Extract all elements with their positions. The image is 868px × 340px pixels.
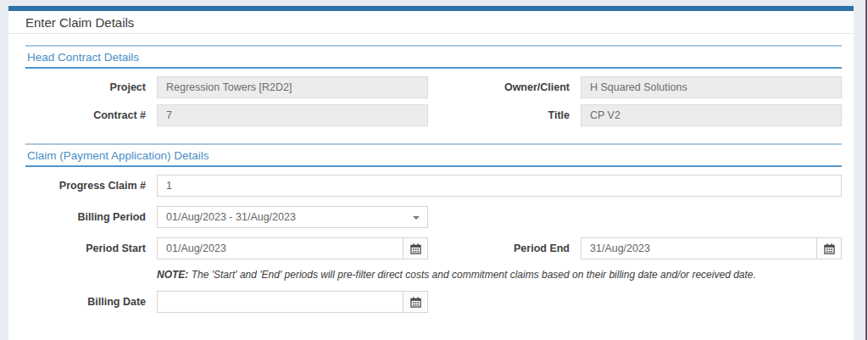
period-end-input[interactable] [581, 237, 816, 259]
period-start-label: Period Start [25, 237, 146, 259]
section-body-head-contract: Project Owner/Client Contract # Title [25, 69, 842, 126]
billing-date-calendar-button[interactable] [403, 291, 428, 313]
billing-date-input[interactable] [157, 291, 403, 313]
form-row: Contract # Title [25, 104, 842, 126]
calendar-icon [824, 243, 835, 254]
claim-details-panel: Enter Claim Details Head Contract Detail… [8, 6, 854, 340]
billing-date-label: Billing Date [25, 291, 146, 313]
caret-down-icon [413, 216, 420, 220]
owner-client-label: Owner/Client [439, 76, 570, 98]
section-claim-details: Claim (Payment Application) Details Prog… [25, 143, 842, 313]
period-start-input[interactable] [157, 237, 403, 259]
period-end-group [581, 237, 842, 259]
progress-claim-label: Progress Claim # [25, 175, 146, 197]
progress-claim-input[interactable] [157, 175, 842, 197]
billing-period-note: NOTE: The 'Start' and 'End' periods will… [157, 269, 842, 281]
note-prefix: NOTE: [157, 269, 188, 281]
form-row: Progress Claim # [25, 175, 842, 197]
owner-client-field [581, 76, 842, 98]
period-end-calendar-button[interactable] [816, 237, 842, 259]
section-head-contract: Head Contract Details Project Owner/Clie… [25, 45, 842, 126]
calendar-icon [410, 243, 421, 254]
section-body-claim-details: Progress Claim # Billing Period 01/Aug/2… [25, 167, 842, 313]
billing-period-selected-value: 01/Aug/2023 - 31/Aug/2023 [166, 211, 296, 223]
period-start-calendar-button[interactable] [403, 237, 428, 259]
form-row: Billing Date [25, 291, 842, 313]
project-label: Project [25, 76, 146, 98]
note-body: The 'Start' and 'End' periods will pre-f… [188, 269, 756, 281]
form-row: Period Start [25, 237, 842, 259]
billing-period-select[interactable]: 01/Aug/2023 - 31/Aug/2023 [157, 206, 428, 228]
contract-number-label: Contract # [25, 104, 146, 126]
project-field [157, 76, 428, 98]
section-title-claim-details: Claim (Payment Application) Details [25, 143, 842, 167]
note-row: NOTE: The 'Start' and 'End' periods will… [25, 269, 842, 281]
form-row: Billing Period 01/Aug/2023 - 31/Aug/2023 [25, 206, 842, 228]
billing-period-label: Billing Period [25, 206, 146, 228]
period-start-group [157, 237, 428, 259]
form-row: Project Owner/Client [25, 76, 842, 98]
contract-title-label: Title [439, 104, 570, 126]
billing-date-group [157, 291, 428, 313]
panel-body: Head Contract Details Project Owner/Clie… [8, 34, 854, 340]
calendar-icon [410, 297, 421, 308]
contract-title-field [581, 104, 842, 126]
page-title: Enter Claim Details [25, 15, 134, 30]
window-edge-divider [865, 0, 867, 340]
section-title-head-contract: Head Contract Details [25, 45, 842, 69]
panel-header: Enter Claim Details [8, 11, 854, 34]
period-end-label: Period End [439, 237, 570, 259]
contract-number-field [157, 104, 428, 126]
